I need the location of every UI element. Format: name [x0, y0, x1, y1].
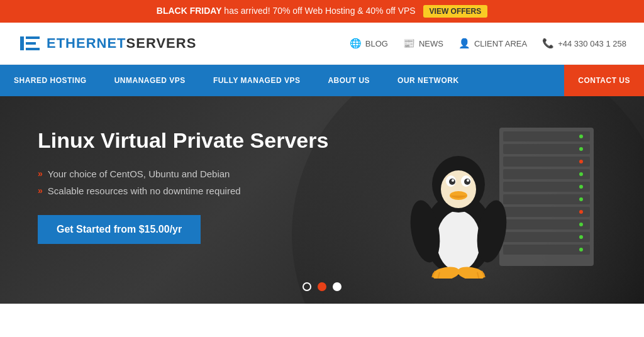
- nav-unmanaged-vps[interactable]: UNMANAGED VPS: [101, 65, 199, 96]
- svg-rect-12: [503, 219, 590, 229]
- svg-point-33: [452, 179, 454, 182]
- logo[interactable]: ETHERNETSERVERS: [18, 31, 196, 55]
- user-icon: 👤: [458, 38, 470, 49]
- blog-nav-item[interactable]: 🌐 BLOG: [350, 38, 388, 49]
- globe-icon: 🌐: [350, 38, 362, 49]
- linux-penguin-servers-svg: [392, 115, 606, 279]
- svg-point-24: [579, 248, 583, 251]
- svg-rect-0: [20, 36, 24, 50]
- hero-bullets: » Your choice of CentOS, Ubuntu and Debi…: [38, 168, 328, 196]
- logo-text: ETHERNETSERVERS: [47, 35, 196, 52]
- header-navigation: 🌐 BLOG 📰 NEWS 👤 CLIENT AREA 📞 +44 330 04…: [350, 38, 626, 49]
- svg-point-16: [579, 147, 583, 151]
- svg-point-22: [579, 223, 583, 226]
- nav-shared-hosting[interactable]: SHARED HOSTING: [0, 65, 101, 96]
- nav-our-network[interactable]: OUR NETWORK: [384, 65, 473, 96]
- svg-rect-5: [503, 131, 590, 141]
- svg-rect-1: [26, 36, 40, 39]
- bullet-arrow-icon-2: »: [38, 186, 43, 195]
- phone-label: +44 330 043 1 258: [558, 39, 626, 48]
- svg-rect-10: [503, 194, 590, 204]
- carousel-dots: [303, 282, 341, 291]
- view-offers-button[interactable]: VIEW OFFERS: [423, 5, 488, 18]
- nav-contact-us[interactable]: CONTACT US: [564, 65, 644, 96]
- hero-bullet-1: » Your choice of CentOS, Ubuntu and Debi…: [38, 168, 328, 179]
- banner-title: BLACK FRIDAY: [157, 6, 222, 16]
- carousel-dot-2[interactable]: [318, 282, 326, 291]
- svg-point-17: [579, 160, 583, 163]
- svg-point-20: [579, 197, 583, 201]
- hero-bullet-2: » Scalable resources with no downtime re…: [38, 185, 328, 196]
- news-label: NEWS: [419, 39, 443, 48]
- svg-point-18: [579, 172, 583, 176]
- bullet-text-2: Scalable resources with no downtime requ…: [48, 185, 241, 196]
- banner-message: has arrived! 70% off Web Hosting & 40% o…: [221, 6, 415, 16]
- svg-point-23: [579, 235, 583, 239]
- svg-point-21: [579, 210, 583, 214]
- news-nav-item[interactable]: 📰 NEWS: [403, 38, 443, 49]
- phone-icon: 📞: [542, 38, 554, 49]
- carousel-dot-3[interactable]: [333, 282, 341, 291]
- site-header: ETHERNETSERVERS 🌐 BLOG 📰 NEWS 👤 CLIENT A…: [0, 23, 644, 65]
- svg-rect-7: [503, 157, 590, 167]
- nav-fully-managed-vps[interactable]: FULLY MANAGED VPS: [199, 65, 314, 96]
- svg-point-15: [579, 135, 583, 138]
- bullet-arrow-icon: »: [38, 169, 43, 178]
- hero-cta-button[interactable]: Get Started from $15.00/yr: [38, 215, 201, 244]
- newspaper-icon: 📰: [403, 38, 415, 49]
- svg-point-19: [579, 185, 583, 189]
- svg-rect-13: [503, 232, 590, 242]
- hero-title: Linux Virtual Private Servers: [38, 128, 328, 153]
- svg-rect-9: [503, 182, 590, 192]
- hero-content: Linux Virtual Private Servers » Your cho…: [38, 128, 328, 244]
- svg-point-28: [441, 170, 476, 208]
- nav-spacer: [473, 65, 565, 96]
- blog-label: BLOG: [365, 39, 388, 48]
- hero-section: Linux Virtual Private Servers » Your cho…: [0, 96, 644, 304]
- hero-illustration: [392, 115, 606, 279]
- svg-rect-6: [503, 144, 590, 154]
- svg-point-34: [467, 179, 469, 182]
- logo-icon: [18, 31, 42, 55]
- svg-rect-3: [26, 48, 40, 50]
- bullet-text-1: Your choice of CentOS, Ubuntu and Debian: [48, 168, 230, 179]
- client-area-label: CLIENT AREA: [474, 39, 527, 48]
- main-navigation: SHARED HOSTING UNMANAGED VPS FULLY MANAG…: [0, 65, 644, 96]
- svg-rect-8: [503, 169, 590, 179]
- carousel-dot-1[interactable]: [303, 282, 311, 291]
- phone-nav-item[interactable]: 📞 +44 330 043 1 258: [542, 38, 626, 49]
- nav-about-us[interactable]: ABOUT US: [314, 65, 384, 96]
- svg-rect-14: [503, 245, 590, 255]
- promo-banner: BLACK FRIDAY has arrived! 70% off Web Ho…: [0, 0, 644, 23]
- svg-rect-2: [26, 42, 36, 45]
- svg-point-26: [436, 211, 480, 271]
- client-area-nav-item[interactable]: 👤 CLIENT AREA: [458, 38, 527, 49]
- svg-rect-11: [503, 207, 590, 217]
